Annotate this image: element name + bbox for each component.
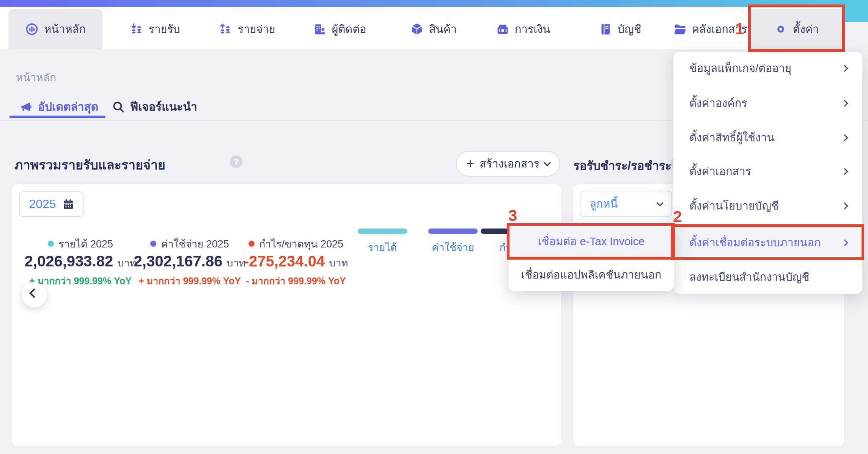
home-chart-icon (25, 22, 39, 36)
nav-tab-9[interactable]: ตั้งค่า (749, 9, 843, 49)
stat-unit: บาท (329, 257, 348, 269)
menu-item-label: ข้อมูลแพ็กเกจ/ต่ออายุ (689, 59, 791, 77)
nav-tab-label: สินค้า (429, 20, 457, 38)
nav-tab-6[interactable]: การเงิน (484, 9, 562, 49)
product-box-icon (410, 22, 424, 36)
legend-dot (48, 241, 54, 247)
submenu-item-1[interactable]: เชื่อมต่อ e-Tax Invoice (509, 225, 674, 258)
nav-tab-1[interactable]: หน้าหลัก (8, 9, 102, 49)
nav-tab-3[interactable]: รายจ่าย (211, 9, 283, 49)
overview-title: ภาพรวมรายรับและรายจ่าย (14, 155, 165, 175)
contacts-building-icon (313, 22, 327, 36)
menu-item-label: ตั้งค่าเชื่อมต่อระบบภายนอก (689, 234, 821, 251)
legend-dot (150, 241, 156, 247)
legend-bar (428, 229, 478, 234)
debtor-filter-select[interactable]: ลูกหนี้ (580, 191, 672, 217)
carousel-prev-button[interactable] (22, 282, 47, 307)
megaphone-icon (20, 100, 33, 113)
expense-coins-icon (219, 22, 232, 36)
settings-menu-item-2[interactable]: ตั้งค่าองค์กร (673, 86, 862, 120)
legend-dot (248, 241, 255, 247)
stat-amount: 2,026,933.82 (25, 253, 113, 269)
menu-item-label: ลงทะเบียนสำนักงานบัญชี (689, 268, 809, 286)
folder-icon (673, 22, 687, 36)
annotation-number-1: 1 (735, 20, 744, 38)
settings-menu-item-5[interactable]: ตั้งค่านโยบายบัญชี (673, 189, 862, 223)
submenu-item-label: เชื่อมต่อแอปพลิเคชันภายนอก (521, 266, 662, 283)
menu-item-label: ตั้งค่าเอกสาร (689, 163, 751, 180)
tab-label: อัปเดตล่าสุด (38, 98, 98, 116)
chevron-right-icon (841, 202, 848, 209)
overview-card (11, 184, 561, 446)
stat-label: กำไร/ขาดทุน 2025 (228, 237, 364, 250)
tab-recommended-features[interactable]: ฟีเจอร์แนะนำ (112, 98, 197, 116)
chevron-right-icon (841, 100, 848, 106)
nav-tab-7[interactable]: บัญชี (586, 9, 654, 49)
legend-caption: รายได้ (358, 239, 407, 255)
external-connect-submenu: เชื่อมต่อ e-Tax Invoiceเชื่อมต่อแอปพลิเค… (509, 225, 674, 291)
gear-icon (774, 22, 788, 36)
chevron-right-icon (841, 65, 848, 72)
nav-tab-label: ผู้ติดต่อ (332, 20, 366, 38)
nav-tab-2[interactable]: รายรับ (121, 9, 189, 49)
debtor-filter-value: ลูกหนี้ (590, 195, 618, 213)
chevron-right-icon (841, 134, 848, 141)
submenu-item-2[interactable]: เชื่อมต่อแอปพลิเคชันภายนอก (509, 258, 674, 291)
chevron-down-icon (656, 199, 663, 206)
settings-menu-item-6[interactable]: ตั้งค่าเชื่อมต่อระบบภายนอก (673, 225, 862, 260)
legend-bar (358, 229, 407, 234)
annotation-number-2: 2 (673, 208, 682, 226)
chevron-left-icon (29, 288, 39, 298)
menu-item-label: ตั้งค่านโยบายบัญชี (689, 197, 779, 214)
stat-yoy: - มากกว่า 999.99% YoY (228, 273, 364, 285)
stat-label-text: กำไร/ขาดทุน 2025 (259, 236, 343, 252)
legend-toggle-1[interactable]: รายได้ (358, 229, 407, 255)
nav-tab-label: หน้าหลัก (44, 20, 86, 38)
menu-item-label: ตั้งค่าองค์กร (689, 94, 747, 112)
income-coins-icon (130, 22, 143, 36)
legend-toggle-2[interactable]: ค่าใช้จ่าย (428, 229, 478, 255)
legend-caption: ค่าใช้จ่าย (428, 239, 478, 255)
stat-label-text: รายได้ 2025 (58, 236, 113, 252)
overview-help-icon[interactable]: ? (230, 155, 242, 168)
calendar-icon (62, 198, 74, 210)
year-selector[interactable]: 2025 (19, 191, 84, 217)
active-tab-underline (9, 116, 105, 118)
settings-menu-item-3[interactable]: ตั้งค่าสิทธิ์ผู้ใช้งาน (673, 121, 862, 155)
stat-label-text: ค่าใช้จ่าย 2025 (161, 236, 229, 252)
settings-menu-item-4[interactable]: ตั้งค่าเอกสาร (673, 154, 862, 188)
nav-tab-label: รายจ่าย (237, 20, 275, 38)
nav-tab-label: ตั้งค่า (793, 20, 819, 38)
nav-tab-label: รายรับ (149, 20, 180, 38)
annotation-number-3: 3 (508, 207, 517, 225)
stat-value: -275,234.04 บาท (228, 253, 364, 270)
receivables-title: รอรับชำระ/รอชำระ (573, 156, 671, 175)
chevron-down-icon (544, 159, 550, 166)
settings-menu-item-7[interactable]: ลงทะเบียนสำนักงานบัญชี (673, 260, 862, 294)
menu-item-label: ตั้งค่าสิทธิ์ผู้ใช้งาน (689, 129, 774, 146)
year-value: 2025 (29, 197, 56, 211)
tab-latest-updates[interactable]: อัปเดตล่าสุด (20, 98, 98, 116)
tab-label: ฟีเจอร์แนะนำ (130, 98, 197, 116)
create-document-label: สร้างเอกสาร (480, 155, 539, 172)
submenu-item-label: เชื่อมต่อ e-Tax Invoice (538, 233, 645, 250)
ledger-icon (599, 22, 612, 36)
plus-icon: + (466, 157, 474, 171)
settings-dropdown-menu: ข้อมูลแพ็กเกจ/ต่ออายุตั้งค่าองค์กรตั้งค่… (673, 52, 862, 294)
dashboard-page: หน้าหลักรายรับรายจ่ายผู้ติดต่อสินค้าการเ… (0, 0, 868, 454)
breadcrumb: หน้าหลัก (16, 69, 56, 86)
nav-tab-label: การเงิน (515, 20, 550, 38)
settings-menu-item-1[interactable]: ข้อมูลแพ็กเกจ/ต่ออายุ (673, 51, 862, 85)
money-icon (496, 22, 509, 36)
main-navbar: หน้าหลักรายรับรายจ่ายผู้ติดต่อสินค้าการเ… (0, 7, 844, 49)
stat-amount: -275,234.04 (244, 253, 325, 269)
nav-tab-label: บัญชี (618, 20, 642, 38)
stat-block-3: กำไร/ขาดทุน 2025-275,234.04 บาท- มากกว่า… (228, 237, 364, 285)
search-icon (112, 100, 125, 113)
nav-tab-5[interactable]: สินค้า (400, 9, 467, 49)
stat-amount: 2,302,167.86 (134, 253, 223, 269)
chevron-right-icon (841, 168, 848, 175)
nav-tab-4[interactable]: ผู้ติดต่อ (302, 9, 377, 49)
create-document-button[interactable]: + สร้างเอกสาร (456, 151, 560, 177)
chevron-right-icon (841, 239, 848, 246)
